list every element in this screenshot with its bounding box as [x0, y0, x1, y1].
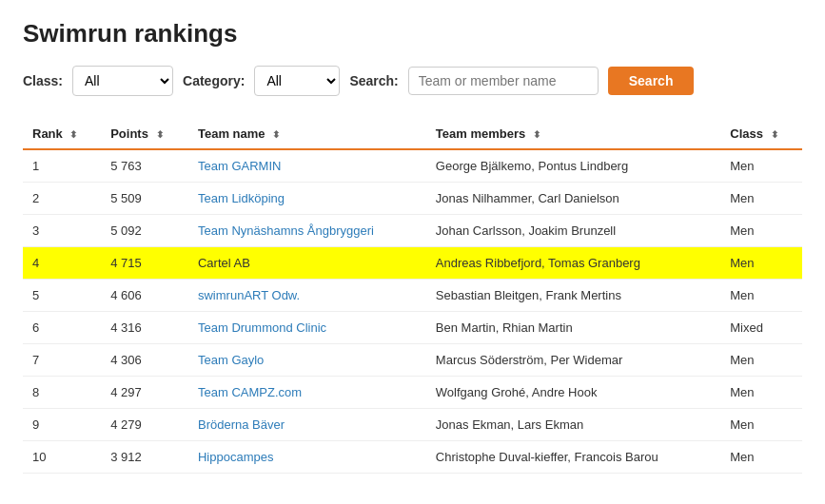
- search-button[interactable]: Search: [608, 67, 695, 95]
- table-row: 15 763Team GARMINGeorge Bjälkemo, Pontus…: [23, 149, 802, 183]
- cell-team-members: Johan Carlsson, Joakim Brunzell: [426, 215, 720, 247]
- search-input[interactable]: [408, 67, 599, 95]
- table-row: 84 297Team CAMPZ.comWolfgang Grohé, Andr…: [23, 377, 802, 409]
- cell-class: Men: [720, 377, 802, 409]
- cell-class: Mixed: [720, 312, 802, 344]
- cell-team-name[interactable]: Team GARMIN: [188, 149, 426, 183]
- team-name-link[interactable]: swimrunART Odw.: [198, 288, 300, 302]
- cell-team-name: Cartel AB: [188, 247, 426, 280]
- table-header: Rank ⬍ Points ⬍ Team name ⬍ Team members…: [23, 119, 802, 149]
- category-label: Category:: [183, 73, 245, 88]
- cell-team-members: Christophe Duval-kieffer, Francois Barou: [426, 441, 720, 474]
- sort-icon-rank: ⬍: [69, 129, 77, 140]
- cell-rank: 2: [23, 183, 101, 215]
- table-row: 74 306Team GayloMarcus Söderström, Per W…: [23, 344, 802, 377]
- team-name-link[interactable]: Team GARMIN: [198, 159, 281, 173]
- cell-points: 4 715: [101, 247, 188, 280]
- cell-rank: 9: [23, 409, 101, 441]
- rankings-table: Rank ⬍ Points ⬍ Team name ⬍ Team members…: [23, 119, 802, 474]
- cell-class: Men: [720, 344, 802, 377]
- cell-team-name[interactable]: Team Nynäshamns Ångbryggeri: [188, 215, 426, 247]
- sort-icon-points: ⬍: [156, 129, 164, 140]
- team-name-link[interactable]: Team CAMPZ.com: [198, 385, 302, 399]
- table-body: 15 763Team GARMINGeorge Bjälkemo, Pontus…: [23, 149, 802, 474]
- col-team-name: Team name ⬍: [188, 119, 426, 149]
- cell-team-name[interactable]: Hippocampes: [188, 441, 426, 474]
- sort-icon-class: ⬍: [771, 129, 778, 140]
- table-row: 64 316Team Drummond ClinicBen Martin, Rh…: [23, 312, 802, 344]
- table-row: 94 279Bröderna BäverJonas Ekman, Lars Ek…: [23, 409, 802, 441]
- cell-team-members: Jonas Nilhammer, Carl Danielson: [426, 183, 720, 215]
- cell-class: Men: [720, 149, 802, 183]
- cell-class: Men: [720, 280, 802, 312]
- cell-class: Men: [720, 247, 802, 280]
- cell-team-members: Wolfgang Grohé, Andre Hook: [426, 377, 720, 409]
- cell-rank: 7: [23, 344, 101, 377]
- cell-points: 5 509: [101, 183, 188, 215]
- cell-team-members: Sebastian Bleitgen, Frank Mertins: [426, 280, 720, 312]
- cell-rank: 8: [23, 377, 101, 409]
- team-name-link[interactable]: Team Drummond Clinic: [198, 320, 326, 335]
- cell-rank: 10: [23, 441, 101, 474]
- team-name-link[interactable]: Team Nynäshamns Ångbryggeri: [198, 223, 374, 238]
- sort-icon-team-name: ⬍: [272, 129, 280, 140]
- col-team-members: Team members ⬍: [426, 119, 720, 149]
- cell-team-members: Ben Martin, Rhian Martin: [426, 312, 720, 344]
- class-label: Class:: [23, 73, 63, 88]
- cell-points: 4 297: [101, 377, 188, 409]
- sort-icon-team-members: ⬍: [533, 129, 540, 140]
- cell-team-members: Jonas Ekman, Lars Ekman: [426, 409, 720, 441]
- cell-team-name[interactable]: Team CAMPZ.com: [188, 377, 426, 409]
- cell-class: Men: [720, 409, 802, 441]
- cell-points: 4 306: [101, 344, 188, 377]
- table-row: 103 912HippocampesChristophe Duval-kieff…: [23, 441, 802, 474]
- filter-bar: Class: All Men Women Mixed Category: All…: [23, 66, 802, 96]
- cell-points: 5 092: [101, 215, 188, 247]
- cell-team-name[interactable]: Team Lidköping: [188, 183, 426, 215]
- cell-class: Men: [720, 215, 802, 247]
- team-name-link[interactable]: Hippocampes: [198, 450, 274, 464]
- cell-rank: 6: [23, 312, 101, 344]
- cell-class: Men: [720, 183, 802, 215]
- table-row: 54 606swimrunART Odw.Sebastian Bleitgen,…: [23, 280, 802, 312]
- cell-team-name[interactable]: Team Gaylo: [188, 344, 426, 377]
- col-rank: Rank ⬍: [23, 119, 101, 149]
- cell-rank: 4: [23, 247, 101, 280]
- cell-rank: 5: [23, 280, 101, 312]
- col-class: Class ⬍: [720, 119, 802, 149]
- search-label: Search:: [349, 73, 398, 88]
- cell-class: Men: [720, 441, 802, 474]
- cell-points: 5 763: [101, 149, 188, 183]
- cell-points: 4 606: [101, 280, 188, 312]
- cell-points: 4 316: [101, 312, 188, 344]
- cell-rank: 1: [23, 149, 101, 183]
- cell-team-name[interactable]: Team Drummond Clinic: [188, 312, 426, 344]
- cell-rank: 3: [23, 215, 101, 247]
- table-row: 25 509Team LidköpingJonas Nilhammer, Car…: [23, 183, 802, 215]
- cell-points: 3 912: [101, 441, 188, 474]
- cell-team-members: Andreas Ribbefjord, Tomas Granberg: [426, 247, 720, 280]
- page-title: Swimrun rankings: [23, 19, 802, 48]
- team-name-link[interactable]: Bröderna Bäver: [198, 417, 285, 432]
- cell-team-name[interactable]: Bröderna Bäver: [188, 409, 426, 441]
- team-name-link[interactable]: Team Lidköping: [198, 191, 285, 205]
- cell-team-members: Marcus Söderström, Per Widemar: [426, 344, 720, 377]
- cell-team-name[interactable]: swimrunART Odw.: [188, 280, 426, 312]
- class-select[interactable]: All Men Women Mixed: [72, 66, 173, 96]
- cell-points: 4 279: [101, 409, 188, 441]
- table-row: 44 715Cartel ABAndreas Ribbefjord, Tomas…: [23, 247, 802, 280]
- table-row: 35 092Team Nynäshamns ÅngbryggeriJohan C…: [23, 215, 802, 247]
- category-select[interactable]: All: [254, 66, 340, 96]
- team-name-link[interactable]: Team Gaylo: [198, 353, 264, 367]
- col-points: Points ⬍: [101, 119, 188, 149]
- cell-team-members: George Bjälkemo, Pontus Lindberg: [426, 149, 720, 183]
